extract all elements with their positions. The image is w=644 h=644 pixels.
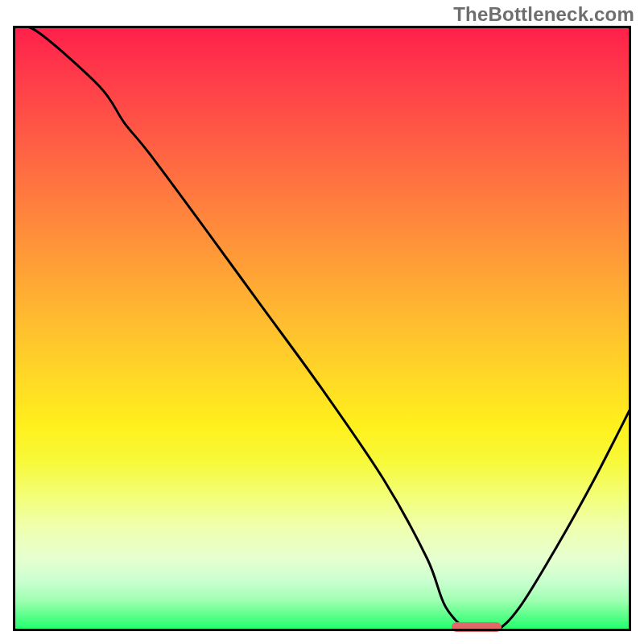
watermark-text: TheBottleneck.com [453, 3, 634, 26]
plot-gradient-background [13, 26, 631, 631]
chart-stage: TheBottleneck.com [0, 0, 644, 644]
optimal-range-marker [452, 622, 501, 632]
